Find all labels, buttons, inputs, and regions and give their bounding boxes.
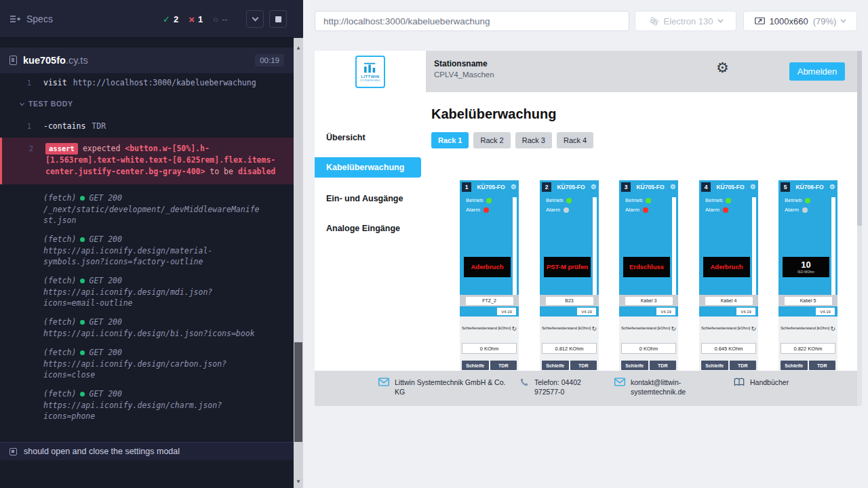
test-title: should open and close the settings modal bbox=[24, 447, 180, 456]
fetch-label: (fetch) bbox=[43, 275, 76, 287]
status-text: Erdschluss bbox=[629, 264, 664, 270]
cable-name-field[interactable]: Kabel 4 bbox=[705, 297, 753, 305]
cable-name-field[interactable]: Kabel 3 bbox=[625, 297, 673, 305]
schleife-button[interactable]: Schleife bbox=[781, 361, 808, 370]
tab-rack-1[interactable]: Rack 1 bbox=[431, 132, 469, 148]
level-strip bbox=[831, 197, 835, 295]
test-body-section[interactable]: TEST BODY bbox=[20, 98, 294, 110]
card-header: 5 KÜ706-FO ⚙ bbox=[778, 180, 837, 194]
measurement-panel: Schleifenwiderstand [kOhm]↻ 0 KOhm Schle… bbox=[619, 317, 678, 371]
footer-email[interactable]: kontakt@littwin-systemtechnik.de bbox=[614, 378, 696, 396]
scroll-down-icon[interactable]: ▼ bbox=[294, 476, 303, 487]
schleife-button[interactable]: Schleife bbox=[542, 361, 569, 370]
scrollbar-thumb[interactable] bbox=[294, 342, 302, 442]
sidebar-item-kabelueberwachung[interactable]: Kabelüberwachung bbox=[315, 157, 421, 178]
specs-list-icon bbox=[9, 14, 20, 24]
app-footer: Littwin Systemtechnik GmbH & Co. KG Tele… bbox=[315, 371, 857, 406]
betrieb-label: Betrieb bbox=[466, 197, 483, 203]
command-number bbox=[0, 192, 43, 226]
logout-button[interactable]: Abmelden bbox=[789, 62, 845, 81]
station-label: Stationsname bbox=[434, 59, 488, 68]
card-model: KÜ705-FO bbox=[633, 184, 668, 190]
spec-header[interactable]: kue705fo.cy.ts 00:19 bbox=[0, 47, 294, 73]
refresh-icon[interactable]: ↻ bbox=[751, 326, 756, 332]
card-header: 4 KÜ705-FO ⚙ bbox=[699, 180, 758, 194]
collapse-button[interactable] bbox=[246, 10, 264, 28]
alarm-label: Alarm bbox=[705, 207, 719, 213]
app-scrollbar[interactable] bbox=[857, 51, 862, 406]
footer-manuals-link[interactable]: Handbücher bbox=[734, 378, 789, 387]
refresh-icon[interactable]: ↻ bbox=[671, 326, 676, 332]
cable-name-field[interactable]: B23 bbox=[546, 297, 593, 305]
url-input[interactable] bbox=[315, 11, 629, 31]
version-row: V4.19 bbox=[699, 306, 758, 317]
card-settings-icon[interactable]: ⚙ bbox=[670, 184, 676, 190]
command-visit[interactable]: 1 visithttp://localhost:3000/kabelueberw… bbox=[0, 73, 294, 89]
refresh-icon[interactable]: ↻ bbox=[511, 326, 517, 332]
betrieb-row: Betrieb bbox=[619, 197, 678, 203]
status-display: 10 ISO MOhm bbox=[783, 257, 829, 277]
status-text: 10 bbox=[801, 260, 810, 270]
runner-header: Specs ✓2 ×1 ○-- bbox=[0, 0, 294, 38]
scrollbar-thumb[interactable] bbox=[857, 51, 862, 226]
card-settings-icon[interactable]: ⚙ bbox=[750, 184, 756, 190]
resistance-value: 0.645 KOhm bbox=[701, 343, 756, 354]
schleife-button[interactable]: Schleife bbox=[462, 361, 489, 370]
failed-assert[interactable]: 2 assertexpected <button.w-[50%].h-[1.56… bbox=[0, 138, 294, 184]
stop-button[interactable] bbox=[269, 10, 287, 28]
fetch-url: https://api.iconify.design/material-symb… bbox=[43, 245, 260, 267]
measurement-panel: Schleifenwiderstand [kOhm]↻ 0 KOhm Schle… bbox=[460, 317, 519, 371]
sidebar-item-uebersicht[interactable]: Übersicht bbox=[315, 129, 426, 146]
measurement-panel: Schleifenwiderstand [kOhm]↻ 0.822 KOhm S… bbox=[778, 317, 837, 371]
tdr-button[interactable]: TDR bbox=[570, 361, 597, 370]
browser-select[interactable]: Electron 130 bbox=[635, 11, 736, 31]
status-text: PST-M prüfen bbox=[547, 264, 588, 270]
fetch-log[interactable]: (fetch)GET 200 https://api.iconify.desig… bbox=[0, 347, 294, 380]
tab-rack-3[interactable]: Rack 3 bbox=[515, 132, 552, 148]
tdr-button[interactable]: TDR bbox=[730, 361, 757, 370]
card-settings-icon[interactable]: ⚙ bbox=[829, 184, 835, 190]
schleife-button[interactable]: Schleife bbox=[621, 361, 648, 370]
settings-gear-icon[interactable]: ⚙ bbox=[716, 60, 729, 75]
failed-count: 1 bbox=[198, 14, 203, 24]
fetch-log[interactable]: (fetch)GET 200 https://api.iconify.desig… bbox=[0, 388, 294, 422]
scroll-up-icon[interactable]: ▲ bbox=[294, 42, 303, 53]
fetch-log[interactable]: (fetch)GET 200 https://api.iconify.desig… bbox=[0, 275, 294, 308]
version-row: V4.19 bbox=[460, 306, 519, 317]
next-test-row[interactable]: should open and close the settings modal bbox=[0, 442, 294, 460]
stat-failed: ×1 bbox=[189, 14, 203, 25]
refresh-icon[interactable]: ↻ bbox=[830, 326, 835, 332]
cable-name-field[interactable]: FTZ_2 bbox=[466, 297, 513, 305]
passed-count: 2 bbox=[174, 14, 178, 24]
page-title: Kabelüberwachung bbox=[431, 106, 556, 122]
card-settings-icon[interactable]: ⚙ bbox=[511, 184, 517, 190]
measurement-panel: Schleifenwiderstand [kOhm]↻ 0.812 KOhm S… bbox=[540, 317, 599, 371]
status-dot-icon bbox=[80, 350, 85, 355]
viewport-select[interactable]: 1000x660 (79%) bbox=[743, 11, 857, 31]
tdr-button[interactable]: TDR bbox=[809, 361, 836, 370]
tdr-button[interactable]: TDR bbox=[490, 361, 517, 370]
firmware-version: V4.19 bbox=[656, 308, 675, 315]
card-settings-icon[interactable]: ⚙ bbox=[591, 184, 597, 190]
footer-company[interactable]: Littwin Systemtechnik GmbH & Co. KG bbox=[378, 378, 511, 396]
specs-menu[interactable]: Specs bbox=[9, 14, 53, 24]
fetch-url: https://api.iconify.design/bi.json?icons… bbox=[43, 328, 260, 339]
footer-phone[interactable]: Telefon: 04402 972577-0 bbox=[519, 378, 594, 396]
fetch-log[interactable]: (fetch)GET 200 https://api.iconify.desig… bbox=[0, 234, 294, 267]
fetch-log[interactable]: (fetch)GET 200 https://api.iconify.desig… bbox=[0, 317, 294, 339]
assert-state: disabled bbox=[238, 167, 275, 176]
cable-name-field[interactable]: Kabel 5 bbox=[785, 297, 832, 305]
fetch-entry: (fetch)GET 200 https://api.iconify.desig… bbox=[43, 317, 294, 339]
betrieb-row: Betrieb bbox=[699, 197, 758, 203]
refresh-icon[interactable]: ↻ bbox=[591, 326, 597, 332]
fetch-log[interactable]: (fetch)GET 200 /_next/static/development… bbox=[0, 192, 294, 226]
scrollbar-track[interactable]: ▲ ▼ bbox=[294, 38, 303, 488]
command-contains[interactable]: 1 -containsTDR bbox=[0, 117, 294, 132]
tab-rack-4[interactable]: Rack 4 bbox=[557, 132, 593, 148]
spec-timer: 00:19 bbox=[255, 54, 284, 66]
tdr-button[interactable]: TDR bbox=[650, 361, 677, 370]
alarm-row: Alarm bbox=[460, 207, 519, 213]
tab-rack-2[interactable]: Rack 2 bbox=[473, 132, 510, 148]
schleife-button[interactable]: Schleife bbox=[701, 361, 728, 370]
footer-email-text: kontakt@littwin-systemtechnik.de bbox=[631, 378, 696, 396]
